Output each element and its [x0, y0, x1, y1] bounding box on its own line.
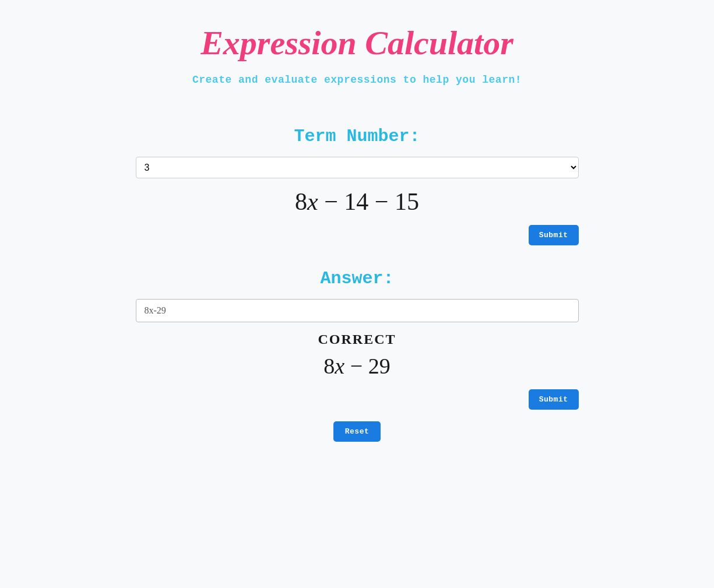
main-content: Term Number: 1 2 3 4 5 8x − 14 − 15 Subm…	[136, 121, 579, 448]
header-section: Expression Calculator Create and evaluat…	[192, 17, 522, 86]
result-expression: 8x − 29	[136, 353, 579, 379]
term-section: Term Number: 1 2 3 4 5 8x − 14 − 15 Subm…	[136, 121, 579, 257]
app-title: Expression Calculator	[192, 23, 522, 62]
reset-row: Reset	[136, 421, 579, 442]
term-submit-row: Submit	[136, 225, 579, 245]
answer-section: Answer: CORRECT 8x − 29 Submit Reset	[136, 263, 579, 442]
answer-input[interactable]	[136, 299, 579, 322]
term-number-select[interactable]: 1 2 3 4 5	[136, 157, 579, 178]
correct-label: CORRECT	[136, 332, 579, 347]
answer-submit-row: Submit	[136, 389, 579, 410]
term-submit-button[interactable]: Submit	[529, 225, 579, 245]
page-wrapper: Expression Calculator Create and evaluat…	[0, 0, 714, 465]
reset-button[interactable]: Reset	[333, 421, 381, 442]
answer-label: Answer:	[136, 269, 579, 288]
app-subtitle: Create and evaluate expressions to help …	[192, 74, 522, 86]
expression-display: 8x − 14 − 15	[136, 188, 579, 216]
answer-submit-button[interactable]: Submit	[529, 389, 579, 410]
term-number-label: Term Number:	[136, 126, 579, 146]
